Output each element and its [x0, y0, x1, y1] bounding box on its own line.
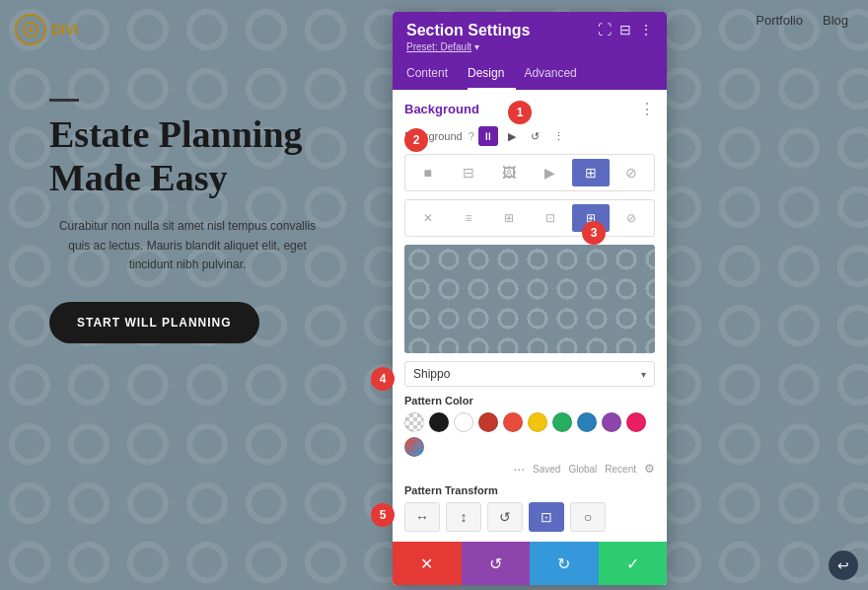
- fullscreen-icon[interactable]: ⛶: [598, 22, 612, 37]
- tab-design[interactable]: Design: [468, 58, 516, 90]
- ptype-stripes[interactable]: ≡: [450, 204, 486, 232]
- background-row: Background ? ⏸ ▶ ↺ ⋮: [404, 126, 655, 146]
- step-badge-5: 5: [371, 503, 395, 527]
- cta-button[interactable]: Start Will Planning: [49, 302, 259, 343]
- color-swatches: [404, 412, 655, 457]
- type-selector-row: ■ ⊟ 🖼 ▶ ⊞ ⊘: [404, 154, 655, 191]
- swatch-blue[interactable]: [577, 412, 597, 432]
- saved-row: ··· Saved Global Recent ⚙: [404, 461, 655, 477]
- transform-none[interactable]: ○: [570, 502, 606, 532]
- background-section-title: Background: [404, 102, 479, 116]
- type-gradient-btn[interactable]: ⊟: [450, 159, 486, 186]
- color-more-icon[interactable]: ···: [513, 461, 525, 477]
- logo-circle: [15, 14, 46, 45]
- bg-undo-icon[interactable]: ↺: [526, 126, 545, 146]
- nav-blog[interactable]: Blog: [823, 13, 848, 28]
- more-icon[interactable]: ⋮: [639, 22, 653, 37]
- pattern-transform-label: Pattern Transform: [404, 484, 655, 496]
- background-more-icon[interactable]: ⋮: [639, 100, 655, 118]
- ptype-checker[interactable]: ⊞: [491, 204, 528, 232]
- type-pattern-btn[interactable]: ⊞: [572, 159, 609, 186]
- action-bar: ✕ ↺ ↻ ✓: [393, 542, 667, 585]
- ptype-custom[interactable]: ⊘: [614, 204, 650, 232]
- transform-rotate[interactable]: ↺: [487, 502, 523, 532]
- swatch-red-dark[interactable]: [478, 412, 498, 432]
- panel-tabs: Content Design Advanced: [393, 58, 667, 90]
- save-button[interactable]: ✓: [599, 542, 668, 585]
- transform-active[interactable]: ⊡: [529, 502, 564, 532]
- recent-btn[interactable]: Recent: [605, 464, 636, 475]
- section-settings-panel: Section Settings Preset: Default ▾ ⛶ ⊟ ⋮…: [393, 12, 667, 585]
- logo[interactable]: DIVI: [15, 12, 79, 46]
- dropdown-value: Shippo: [413, 367, 641, 381]
- swatch-black[interactable]: [429, 412, 449, 432]
- ptype-none[interactable]: ✕: [409, 204, 446, 232]
- logo-text: DIVI: [51, 22, 78, 37]
- cancel-button[interactable]: ✕: [393, 542, 462, 585]
- ptype-polka[interactable]: ⊡: [532, 204, 568, 232]
- type-map-btn[interactable]: ⊘: [614, 159, 650, 186]
- swatch-purple[interactable]: [602, 412, 621, 432]
- hero-headline: Estate PlanningMade Easy: [49, 113, 365, 199]
- bg-icons: ? ⏸ ▶ ↺ ⋮: [469, 126, 569, 146]
- pattern-type-row: ✕ ≡ ⊞ ⊡ ⊞ ⊘: [404, 199, 655, 237]
- swatch-green[interactable]: [552, 412, 572, 432]
- bg-help-icon[interactable]: ?: [469, 130, 474, 142]
- panel-header: Section Settings Preset: Default ▾ ⛶ ⊟ ⋮: [393, 12, 667, 58]
- swatch-transparent[interactable]: [404, 412, 424, 432]
- swatch-custom[interactable]: [404, 437, 424, 457]
- swatch-yellow[interactable]: [528, 412, 547, 432]
- preview-pattern-inner: [404, 245, 655, 353]
- type-image-btn[interactable]: 🖼: [491, 159, 528, 186]
- bg-pause-icon[interactable]: ⏸: [478, 126, 498, 146]
- headline-dash: [49, 99, 79, 102]
- bg-more-icon[interactable]: ⋮: [549, 126, 569, 146]
- transform-row: ↔ ↕ ↺ ⊡ ○: [404, 502, 655, 532]
- columns-icon[interactable]: ⊟: [619, 22, 631, 37]
- dropdown-arrow-icon: ▾: [641, 369, 646, 380]
- saved-btn[interactable]: Saved: [533, 464, 560, 475]
- transform-flip-v[interactable]: ↕: [446, 502, 481, 532]
- step-badge-3: 3: [582, 221, 606, 245]
- redo-button[interactable]: ↻: [530, 542, 599, 585]
- panel-title: Section Settings: [406, 22, 530, 39]
- type-video-btn[interactable]: ▶: [532, 159, 568, 186]
- nav-portfolio[interactable]: Portfolio: [756, 13, 803, 28]
- pattern-dropdown[interactable]: Shippo ▾: [404, 361, 655, 387]
- pattern-preview: [404, 245, 655, 353]
- feedback-icon: ↩: [837, 557, 849, 574]
- step-badge-4: 4: [371, 367, 395, 391]
- tab-advanced[interactable]: Advanced: [524, 58, 588, 90]
- swatch-red[interactable]: [503, 412, 523, 432]
- settings-icon[interactable]: ⚙: [644, 462, 655, 476]
- transform-flip-h[interactable]: ↔: [404, 502, 440, 532]
- panel-header-icons: ⛶ ⊟ ⋮: [598, 22, 653, 37]
- hero-subtext: Curabitur non nulla sit amet nisl tempus…: [49, 217, 326, 274]
- step-badge-2: 2: [404, 128, 428, 152]
- tab-content[interactable]: Content: [406, 58, 460, 90]
- global-btn[interactable]: Global: [568, 464, 597, 475]
- bg-play-icon[interactable]: ▶: [502, 126, 522, 146]
- type-color-btn[interactable]: ■: [409, 159, 446, 186]
- undo-button[interactable]: ↺: [462, 542, 531, 585]
- swatch-white[interactable]: [454, 412, 473, 432]
- swatch-pink[interactable]: [626, 412, 646, 432]
- feedback-button[interactable]: ↩: [829, 551, 858, 580]
- panel-preset: Preset: Default ▾: [406, 41, 530, 52]
- panel-body: Background ⋮ Background ? ⏸ ▶ ↺ ⋮ ■ ⊟ 🖼 …: [393, 90, 667, 542]
- step-badge-1: 1: [508, 101, 532, 124]
- hero-content: Estate PlanningMade Easy Curabitur non n…: [49, 99, 365, 343]
- pattern-color-label: Pattern Color: [404, 395, 655, 406]
